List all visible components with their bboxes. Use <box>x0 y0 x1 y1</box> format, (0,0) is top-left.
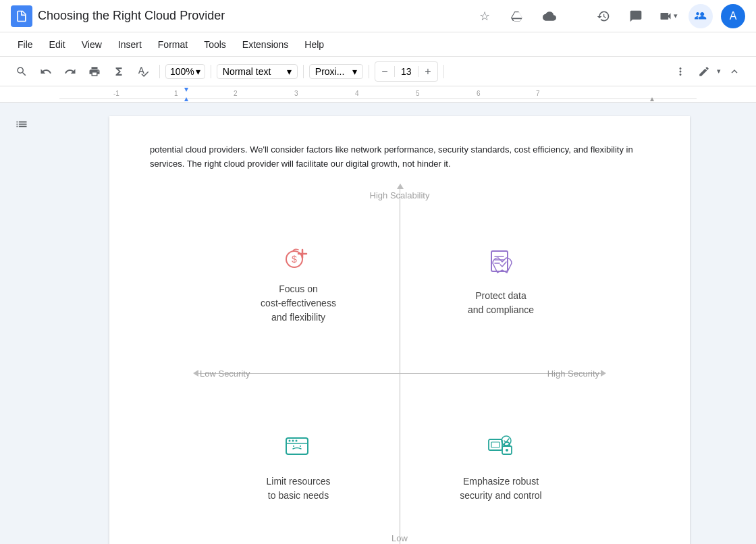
svg-marker-9 <box>184 97 188 101</box>
toolbar: 100% ▾ Normal text ▾ Proxi... ▾ − 13 + ▾ <box>0 57 756 86</box>
comment-button[interactable] <box>624 4 648 28</box>
title-bar: Choosing the Right Cloud Provider ☆ ▾ A <box>0 0 756 32</box>
menu-format[interactable]: Format <box>151 36 194 53</box>
edit-mode-button[interactable] <box>694 61 714 82</box>
protect-icon <box>482 243 520 281</box>
ruler: -1 1 2 3 4 5 6 7 <box>0 86 756 103</box>
quadrant-bottom-right: Emphasize robustsecurity and control <box>400 373 602 544</box>
q-bottom-right-label: Emphasize robustsecurity and control <box>460 474 541 503</box>
svg-point-32 <box>502 436 511 445</box>
svg-text:7: 7 <box>536 90 540 97</box>
doc-icon <box>11 5 32 27</box>
drive-button[interactable] <box>505 4 529 28</box>
doc-area[interactable]: potential cloud providers. We'll conside… <box>43 103 756 544</box>
ruler-content: -1 1 2 3 4 5 6 7 <box>59 86 697 102</box>
avatar[interactable]: A <box>721 4 745 28</box>
main-area: potential cloud providers. We'll conside… <box>0 103 756 544</box>
svg-rect-29 <box>491 442 500 447</box>
cloud-button[interactable] <box>537 4 562 28</box>
svg-text:2: 2 <box>234 90 238 97</box>
menu-insert[interactable]: Insert <box>111 36 148 53</box>
document-page: potential cloud providers. We'll conside… <box>109 116 690 544</box>
redo-button[interactable] <box>59 61 81 82</box>
history-button[interactable] <box>591 4 616 28</box>
font-size-increase[interactable]: + <box>418 62 437 81</box>
zoom-control[interactable]: 100% ▾ <box>165 64 205 79</box>
menu-edit[interactable]: Edit <box>43 36 72 53</box>
font-size-decrease[interactable]: − <box>375 62 394 81</box>
sep-5 <box>443 65 444 78</box>
font-chevron: ▾ <box>352 66 357 77</box>
list-view-button[interactable] <box>11 113 32 135</box>
q-bottom-left-label: Limit resourcesto basic needs <box>267 474 331 503</box>
svg-text:$: $ <box>292 254 297 265</box>
svg-point-25 <box>296 440 298 442</box>
svg-rect-17 <box>491 251 508 271</box>
security-icon <box>482 429 520 466</box>
svg-marker-11 <box>650 97 654 101</box>
menu-tools[interactable]: Tools <box>197 36 233 53</box>
style-chevron: ▾ <box>287 66 292 77</box>
sidebar <box>0 103 43 544</box>
paint-button[interactable] <box>108 61 130 82</box>
font-value: Proxi... <box>315 66 345 77</box>
style-selector[interactable]: Normal text ▾ <box>217 64 298 79</box>
svg-text:3: 3 <box>294 90 298 97</box>
q-top-left-label: Focus oncost-effectivenessand flexibilit… <box>261 282 336 325</box>
svg-point-31 <box>506 449 508 452</box>
svg-text:1: 1 <box>174 90 178 97</box>
menu-help[interactable]: Help <box>298 36 331 53</box>
menu-extensions[interactable]: Extensions <box>236 36 295 53</box>
svg-text:5: 5 <box>416 90 420 97</box>
svg-point-24 <box>292 440 294 442</box>
font-size-group: − 13 + <box>375 61 438 82</box>
svg-text:4: 4 <box>355 90 359 97</box>
style-value: Normal text <box>223 66 271 77</box>
svg-text:-1: -1 <box>113 90 119 97</box>
sep-4 <box>369 65 369 78</box>
svg-rect-28 <box>489 439 502 450</box>
menu-view[interactable]: View <box>75 36 109 53</box>
undo-button[interactable] <box>35 61 57 82</box>
q-top-right-label: Protect dataand compliance <box>468 289 534 317</box>
sep-3 <box>303 65 304 78</box>
page-title: Choosing the Right Cloud Provider <box>38 9 467 23</box>
video-button[interactable]: ▾ <box>656 4 680 28</box>
quadrant-top-left: $ Focus oncost-effectivenessand flexibil… <box>197 188 400 373</box>
font-size-value: 13 <box>394 66 418 77</box>
menu-bar: File Edit View Insert Format Tools Exten… <box>0 32 756 57</box>
search-button[interactable] <box>11 61 32 82</box>
zoom-value: 100% <box>170 66 194 77</box>
spell-button[interactable] <box>132 61 154 82</box>
more-options-button[interactable] <box>670 61 691 82</box>
svg-marker-10 <box>184 88 188 92</box>
cost-icon: $ <box>279 236 317 274</box>
font-selector[interactable]: Proxi... ▾ <box>309 64 363 79</box>
zoom-chevron: ▾ <box>196 66 200 77</box>
quadrant-chart: High Scalability Low Security High Secur… <box>197 188 602 544</box>
collapse-button[interactable] <box>724 61 745 82</box>
limit-icon <box>279 429 317 466</box>
quadrant-bottom-left: Limit resourcesto basic needs <box>197 373 400 544</box>
star-button[interactable]: ☆ <box>473 4 497 28</box>
sep-2 <box>211 65 211 78</box>
print-button[interactable] <box>84 61 105 82</box>
svg-text:6: 6 <box>477 90 481 97</box>
title-icons: ☆ ▾ A <box>473 4 745 28</box>
edit-chevron: ▾ <box>717 67 721 76</box>
collab-button[interactable] <box>688 4 713 28</box>
intro-paragraph: potential cloud providers. We'll conside… <box>150 143 649 171</box>
menu-file[interactable]: File <box>11 36 40 53</box>
quadrant-top-right: Protect dataand compliance <box>400 188 602 373</box>
svg-point-23 <box>289 440 291 442</box>
sep-1 <box>159 65 160 78</box>
